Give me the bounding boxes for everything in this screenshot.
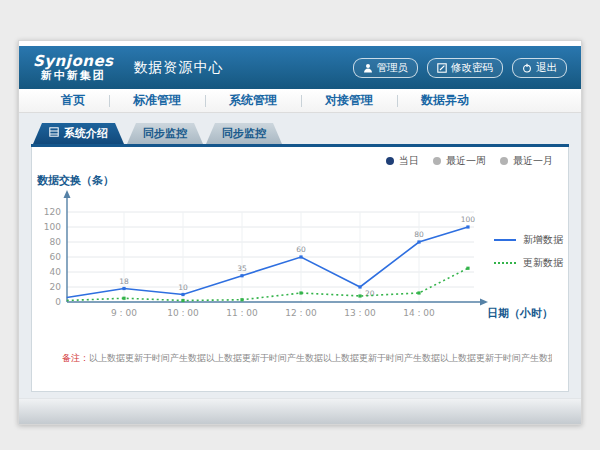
svg-text:60: 60	[296, 245, 306, 254]
nav-item-interface-mgmt[interactable]: 对接管理	[301, 92, 397, 109]
radio-today[interactable]: 当日	[386, 154, 419, 168]
logout-button[interactable]: 退出	[512, 58, 567, 78]
radio-label: 最近一月	[513, 154, 553, 168]
tab-label: 同步监控	[222, 126, 266, 141]
radio-unselected-icon	[500, 157, 508, 165]
tab-label: 同步监控	[143, 126, 187, 141]
svg-text:10: 10	[178, 283, 188, 292]
svg-text:18: 18	[119, 277, 129, 286]
svg-text:80: 80	[50, 237, 62, 247]
svg-text:100: 100	[461, 215, 476, 224]
footnote-label: 备注：	[62, 353, 89, 363]
nav-item-system-mgmt[interactable]: 系统管理	[205, 92, 301, 109]
svg-text:13 : 00: 13 : 00	[344, 308, 376, 318]
radio-last-week[interactable]: 最近一周	[433, 154, 486, 168]
legend-new-data: 新增数据	[494, 233, 563, 247]
user-icon	[363, 63, 373, 73]
svg-text:10 : 00: 10 : 00	[167, 308, 199, 318]
svg-text:9 : 00: 9 : 00	[111, 308, 137, 318]
svg-text:14 : 00: 14 : 00	[403, 308, 435, 318]
tab-label: 系统介绍	[64, 126, 108, 141]
radio-unselected-icon	[433, 157, 441, 165]
svg-text:11 : 00: 11 : 00	[226, 308, 258, 318]
change-password-button[interactable]: 修改密码	[427, 58, 503, 78]
green-dotted-swatch	[494, 262, 516, 264]
logo-text-en: Synjones	[33, 54, 114, 70]
power-icon	[522, 63, 532, 73]
footnote: 备注：以上数据更新于时间产生数据以上数据更新于时间产生数据以上数据更新于时间产生…	[62, 352, 552, 365]
tab-system-intro[interactable]: 系统介绍	[33, 123, 124, 144]
tab-sync-monitor-2[interactable]: 同步监控	[206, 123, 282, 144]
radio-selected-icon	[386, 157, 394, 165]
main-nav: 首页 标准管理 系统管理 对接管理 数据异动	[19, 89, 581, 113]
footnote-text: 以上数据更新于时间产生数据以上数据更新于时间产生数据以上数据更新于时间产生数据以…	[89, 353, 552, 363]
app-header: Synjones 新中新集团 数据资源中心 管理员 修改密码	[19, 46, 581, 89]
content-area: 系统介绍 同步监控 同步监控 当日 最近一周	[19, 113, 581, 398]
nav-item-standard-mgmt[interactable]: 标准管理	[109, 92, 205, 109]
legend-updated-data: 更新数据	[494, 256, 563, 270]
portal-page: Synjones 新中新集团 数据资源中心 管理员 修改密码	[18, 40, 582, 425]
blue-line-swatch	[494, 239, 516, 241]
admin-user-label: 管理员	[377, 61, 409, 75]
svg-text:35: 35	[237, 264, 247, 273]
logout-label: 退出	[536, 61, 557, 75]
tab-bar: 系统介绍 同步监控 同步监控	[31, 123, 569, 147]
company-logo[interactable]: Synjones 新中新集团	[33, 54, 114, 81]
svg-text:0: 0	[55, 297, 61, 307]
radio-last-month[interactable]: 最近一月	[500, 154, 553, 168]
svg-text:12 : 00: 12 : 00	[285, 308, 317, 318]
screen: Synjones 新中新集团 数据资源中心 管理员 修改密码	[0, 0, 600, 450]
page-footer	[19, 398, 581, 424]
radio-label: 最近一周	[446, 154, 486, 168]
app-title: 数据资源中心	[134, 59, 224, 77]
svg-text:100: 100	[44, 222, 61, 232]
change-password-label: 修改密码	[451, 61, 493, 75]
svg-text:日期（小时）: 日期（小时）	[487, 307, 553, 320]
chart-wrap: 0204060801001209 : 0010 : 0011 : 0012 : …	[32, 167, 572, 329]
chart-legend: 新增数据 更新数据	[494, 233, 563, 270]
nav-item-home[interactable]: 首页	[37, 92, 109, 109]
logo-text-cn: 新中新集团	[41, 70, 106, 82]
svg-text:20: 20	[365, 289, 375, 298]
edit-icon	[437, 63, 447, 73]
svg-text:数据交换（条）: 数据交换（条）	[36, 174, 114, 187]
data-exchange-line-chart: 0204060801001209 : 0010 : 0011 : 0012 : …	[32, 167, 572, 325]
time-range-filter: 当日 最近一周 最近一月	[386, 154, 553, 168]
nav-item-data-change[interactable]: 数据异动	[397, 92, 493, 109]
svg-text:80: 80	[414, 230, 424, 239]
svg-text:40: 40	[50, 267, 62, 277]
radio-label: 当日	[399, 154, 419, 168]
legend-label: 更新数据	[523, 256, 563, 270]
svg-text:120: 120	[44, 207, 61, 217]
admin-user-button[interactable]: 管理员	[353, 58, 419, 78]
svg-text:20: 20	[50, 282, 62, 292]
chart-panel: 当日 最近一周 最近一月 0204060801001209 : 0010 : 0…	[31, 147, 569, 392]
legend-label: 新增数据	[523, 233, 563, 247]
svg-text:60: 60	[50, 252, 62, 262]
document-grid-icon	[49, 127, 59, 140]
tab-sync-monitor-1[interactable]: 同步监控	[127, 123, 203, 144]
